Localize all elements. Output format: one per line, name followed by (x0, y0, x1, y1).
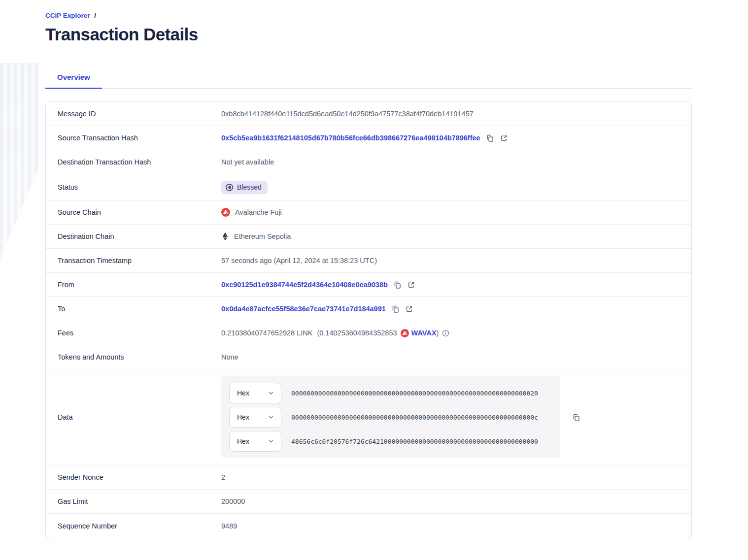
copy-icon[interactable] (393, 281, 402, 289)
tokens-amounts-value: None (221, 353, 238, 361)
status-badge: Blessed (221, 181, 268, 194)
external-link-icon[interactable] (407, 281, 415, 289)
data-line: Hex 48656c6c6f20576f726c6421000000000000… (229, 431, 552, 452)
hex-data-line: 48656c6c6f20576f726c64210000000000000000… (291, 438, 538, 445)
table-row-from: From 0xc90125d1e9384744e5f2d4364e10408e0… (46, 273, 691, 297)
to-address-link[interactable]: 0x0da4e87acfce55f58e36e7cae73741e7d184a9… (221, 305, 386, 313)
sequence-number-value: 9489 (221, 522, 237, 530)
breadcrumb-separator: / (94, 12, 96, 19)
table-row-tokens-amounts: Tokens and Amounts None (46, 345, 691, 369)
encoding-select[interactable]: Hex (229, 407, 281, 428)
ethereum-icon (221, 232, 229, 241)
breadcrumb: CCIP Explorer / (45, 12, 692, 19)
sender-nonce-value: 2 (221, 473, 225, 481)
table-row-message-id: Message ID 0xb8cb414128f440e115dcd5d6ead… (46, 102, 691, 126)
data-line: Hex 000000000000000000000000000000000000… (229, 407, 552, 428)
table-row-sequence-number: Sequence Number 9489 (46, 514, 691, 538)
table-row-source-tx-hash: Source Transaction Hash 0x5cb5ea9b1631f6… (46, 126, 691, 150)
table-row-fees: Fees 0.21038040747652928 LINK (0.1402536… (46, 321, 691, 345)
row-label: Status (58, 183, 221, 191)
destination-chain: Ethereum Sepolia (221, 232, 291, 241)
source-chain: Avalanche Fuji (221, 208, 282, 217)
table-row-timestamp: Transaction Timestamp 57 seconds ago (Ap… (46, 249, 691, 273)
row-label: Transaction Timestamp (58, 257, 221, 264)
page-title: Transaction Details (45, 25, 692, 44)
page-content: CCIP Explorer / Transaction Details Over… (0, 0, 748, 538)
row-label: Destination Chain (58, 232, 221, 240)
message-id-value: 0xb8cb414128f440e115dcd5d6ead50e14d250f9… (221, 110, 474, 118)
encoding-select-value: Hex (237, 389, 249, 397)
fees-paren-close: ) (437, 329, 439, 337)
row-label: Sequence Number (58, 522, 221, 530)
dest-tx-hash-value: Not yet available (221, 158, 274, 166)
hex-data-line: 0000000000000000000000000000000000000000… (291, 414, 538, 421)
destination-chain-name: Ethereum Sepolia (234, 232, 291, 240)
table-row-source-chain: Source Chain Avalanche Fuji (46, 200, 691, 225)
chevron-down-icon (268, 438, 274, 445)
copy-icon[interactable] (486, 134, 494, 142)
transaction-details-table: Message ID 0xb8cb414128f440e115dcd5d6ead… (45, 101, 692, 538)
row-label: Message ID (58, 110, 221, 118)
wavax-avalanche-icon (401, 329, 409, 337)
timestamp-value: 57 seconds ago (April 12, 2024 at 15:38:… (221, 257, 377, 264)
encoding-select[interactable]: Hex (229, 431, 281, 452)
chevron-down-icon (268, 390, 274, 396)
table-row-sender-nonce: Sender Nonce 2 (46, 465, 691, 490)
encoding-select[interactable]: Hex (229, 383, 281, 403)
info-icon[interactable] (442, 329, 449, 337)
row-label: Gas Limit (58, 497, 221, 505)
data-line: Hex 000000000000000000000000000000000000… (229, 383, 552, 403)
row-label: Destination Transaction Hash (58, 158, 221, 166)
hex-data-line: 0000000000000000000000000000000000000000… (291, 390, 538, 397)
signal-bars-in-circle-icon (225, 183, 234, 192)
row-label: Tokens and Amounts (58, 353, 221, 361)
table-row-dest-tx-hash: Destination Transaction Hash Not yet ava… (46, 150, 691, 174)
encoding-select-value: Hex (237, 413, 249, 421)
gas-limit-value: 200000 (221, 497, 245, 505)
row-label: Data (58, 413, 221, 421)
breadcrumb-link-ccip-explorer[interactable]: CCIP Explorer (45, 12, 90, 19)
row-label: Source Transaction Hash (58, 134, 221, 142)
table-row-status: Status Blessed (46, 174, 691, 200)
wavax-token-link[interactable]: WAVAX (411, 329, 437, 337)
copy-icon[interactable] (572, 413, 580, 422)
encoding-select-value: Hex (237, 437, 249, 445)
avalanche-icon (221, 208, 230, 217)
chevron-down-icon (268, 414, 274, 421)
row-label: Sender Nonce (58, 473, 221, 481)
row-label: Fees (58, 329, 221, 337)
table-row-gas-limit: Gas Limit 200000 (46, 490, 691, 514)
copy-icon[interactable] (391, 305, 400, 313)
fees-converted-amount: (0.140253604984352853 (317, 329, 397, 337)
source-chain-name: Avalanche Fuji (235, 208, 282, 216)
table-row-to: To 0x0da4e87acfce55f58e36e7cae73741e7d18… (46, 297, 691, 321)
tab-overview[interactable]: Overview (45, 68, 102, 89)
external-link-icon[interactable] (405, 305, 413, 313)
tab-bar: Overview (45, 68, 692, 89)
fees-amount: 0.21038040747652928 LINK (221, 329, 312, 337)
source-tx-hash-link[interactable]: 0x5cb5ea9b1631f62148105d67b780b56fce66db… (221, 134, 480, 142)
data-hex-panel: Hex 000000000000000000000000000000000000… (221, 376, 560, 458)
table-row-data: Data Hex 0000000000000000000000000000000… (46, 369, 691, 465)
row-label: Source Chain (58, 208, 221, 216)
from-address-link[interactable]: 0xc90125d1e9384744e5f2d4364e10408e0ea903… (221, 281, 388, 289)
row-label: To (58, 305, 221, 313)
external-link-icon[interactable] (500, 134, 508, 142)
table-row-dest-chain: Destination Chain Ethereum Sepolia (46, 225, 691, 249)
status-badge-label: Blessed (237, 183, 262, 191)
row-label: From (58, 281, 221, 289)
